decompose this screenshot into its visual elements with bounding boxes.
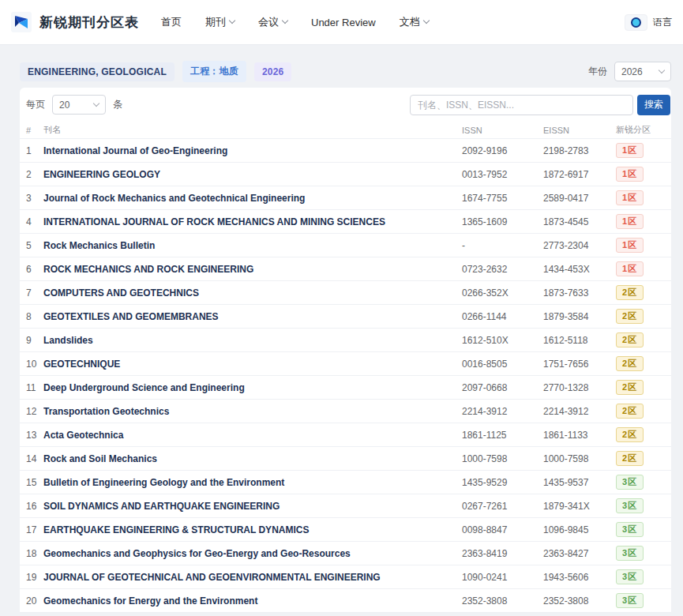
table-row[interactable]: 2 ENGINEERING GEOLOGY 0013-7952 1872-691… — [20, 163, 671, 186]
nav-item-label: 期刊 — [205, 15, 226, 29]
top-navbar: 新锐期刊分区表 首页 期刊 会议 Under Review 文档 语言 — [0, 0, 683, 45]
journal-name-cell[interactable]: Landslides — [43, 335, 462, 346]
journal-name-cell[interactable]: EARTHQUAKE ENGINEERING & STRUCTURAL DYNA… — [43, 524, 462, 535]
eissn-cell: 1879-3584 — [543, 311, 616, 322]
issn-cell: 1090-0241 — [462, 572, 543, 583]
category-tag: 工程：地质 — [182, 61, 246, 82]
issn-cell: 2092-9196 — [462, 145, 543, 156]
journal-name-cell[interactable]: ROCK MECHANICS AND ROCK ENGINEERING — [43, 264, 462, 275]
table-row[interactable]: 6 ROCK MECHANICS AND ROCK ENGINEERING 07… — [20, 257, 671, 281]
journal-name-cell[interactable]: Acta Geotechnica — [43, 430, 462, 441]
search-button[interactable]: 搜索 — [637, 95, 670, 115]
table-row[interactable]: 5 Rock Mechanics Bulletin - 2773-2304 1区 — [20, 234, 671, 257]
year-select-value: 2026 — [621, 66, 643, 77]
zone-badge: 2区 — [616, 285, 644, 300]
nav-item-label: Under Review — [311, 17, 376, 28]
rank-cell: 16 — [26, 501, 43, 512]
search-input[interactable] — [410, 95, 633, 115]
language-switch-button[interactable] — [625, 14, 647, 31]
issn-cell: 0266-352X — [462, 287, 543, 299]
eissn-cell: 1096-9845 — [543, 524, 616, 535]
eissn-cell: 2198-2783 — [543, 145, 616, 156]
table-row[interactable]: 20 Geomechanics for Energy and the Envir… — [20, 589, 671, 613]
journal-name-cell[interactable]: ENGINEERING GEOLOGY — [43, 169, 462, 180]
nav-item-label: 首页 — [161, 15, 182, 29]
table-row[interactable]: 19 JOURNAL OF GEOTECHNICAL AND GEOENVIRO… — [20, 565, 671, 589]
journal-name-cell[interactable]: Transportation Geotechnics — [43, 406, 462, 417]
table-row[interactable]: 15 Bulletin of Engineering Geology and t… — [20, 471, 671, 494]
issn-cell: 2352-3808 — [462, 595, 543, 607]
issn-cell: 1000-7598 — [462, 453, 543, 464]
table-row[interactable]: 9 Landslides 1612-510X 1612-5118 2区 — [20, 329, 671, 352]
nav-item[interactable]: 文档 — [400, 15, 429, 29]
chevron-down-icon — [93, 100, 99, 106]
journal-name-cell[interactable]: JOURNAL OF GEOTECHNICAL AND GEOENVIRONME… — [43, 572, 462, 583]
issn-cell: 0013-7952 — [462, 169, 543, 180]
per-page-select[interactable]: 20 — [52, 95, 106, 115]
journal-name-cell[interactable]: Geomechanics for Energy and the Environm… — [43, 595, 462, 607]
table-row[interactable]: 8 GEOTEXTILES AND GEOMEMBRANES 0266-1144… — [20, 305, 671, 329]
year-select[interactable]: 2026 — [614, 62, 671, 81]
table-row[interactable]: 17 EARTHQUAKE ENGINEERING & STRUCTURAL D… — [20, 518, 671, 542]
journal-name-cell[interactable]: GEOTECHNIQUE — [43, 359, 462, 370]
journal-name-cell[interactable]: Bulletin of Engineering Geology and the … — [43, 477, 462, 488]
table-row[interactable]: 7 COMPUTERS AND GEOTECHNICS 0266-352X 18… — [20, 281, 671, 305]
eissn-cell: 2214-3912 — [543, 406, 616, 417]
brand[interactable]: 新锐期刊分区表 — [11, 12, 139, 32]
globe-icon — [631, 17, 641, 28]
eissn-cell: 1943-5606 — [543, 572, 616, 583]
journal-name-cell[interactable]: GEOTEXTILES AND GEOMEMBRANES — [43, 311, 462, 322]
journal-name-cell[interactable]: INTERNATIONAL JOURNAL OF ROCK MECHANICS … — [43, 216, 462, 227]
language-label[interactable]: 语言 — [653, 16, 672, 29]
zone-badge: 3区 — [616, 522, 644, 537]
nav-item-label: 会议 — [258, 15, 279, 29]
table-body: 1 International Journal of Geo-Engineeri… — [20, 139, 671, 613]
issn-cell: 2214-3912 — [462, 406, 543, 417]
nav-item[interactable]: 首页 — [161, 15, 182, 29]
table-row[interactable]: 4 INTERNATIONAL JOURNAL OF ROCK MECHANIC… — [20, 210, 671, 234]
journal-name-cell[interactable]: Journal of Rock Mechanics and Geotechnic… — [43, 193, 462, 204]
rank-cell: 17 — [26, 524, 43, 535]
table-row[interactable]: 12 Transportation Geotechnics 2214-3912 … — [20, 400, 671, 423]
table-row[interactable]: 14 Rock and Soil Mechanics 1000-7598 100… — [20, 447, 671, 471]
table-row[interactable]: 16 SOIL DYNAMICS AND EARTHQUAKE ENGINEER… — [20, 494, 671, 518]
eissn-cell: 1879-341X — [543, 501, 616, 512]
rank-cell: 10 — [26, 359, 43, 370]
nav-item-label: 文档 — [400, 15, 420, 29]
issn-cell: 0267-7261 — [462, 501, 543, 512]
rank-cell: 13 — [26, 430, 43, 441]
journal-name-cell[interactable]: International Journal of Geo-Engineering — [43, 145, 462, 156]
journal-name-cell[interactable]: Geomechanics and Geophysics for Geo-Ener… — [43, 548, 462, 559]
rank-cell: 6 — [26, 264, 43, 275]
nav-item[interactable]: Under Review — [311, 17, 376, 28]
per-page-value: 20 — [59, 100, 69, 111]
table-row[interactable]: 3 Journal of Rock Mechanics and Geotechn… — [20, 186, 671, 210]
journal-name-cell[interactable]: COMPUTERS AND GEOTECHNICS — [43, 287, 462, 299]
eissn-cell: 1434-453X — [543, 264, 616, 275]
zone-badge: 2区 — [616, 356, 644, 371]
journal-name-cell[interactable]: Rock and Soil Mechanics — [43, 453, 462, 464]
journal-name-cell[interactable]: Rock Mechanics Bulletin — [43, 240, 462, 251]
nav-item[interactable]: 期刊 — [205, 15, 235, 29]
zone-badge: 2区 — [616, 404, 644, 419]
issn-cell: 1612-510X — [462, 335, 543, 346]
eissn-cell: 1612-5118 — [543, 335, 616, 346]
table-row[interactable]: 10 GEOTECHNIQUE 0016-8505 1751-7656 2区 — [20, 352, 671, 376]
table-row[interactable]: 13 Acta Geotechnica 1861-1125 1861-1133 … — [20, 423, 671, 447]
rank-cell: 19 — [26, 572, 43, 583]
zone-badge: 3区 — [616, 593, 644, 608]
table-row[interactable]: 1 International Journal of Geo-Engineeri… — [20, 139, 671, 163]
issn-cell: 1365-1609 — [462, 216, 543, 227]
chevron-down-icon — [229, 17, 235, 24]
column-header-issn: ISSN — [462, 126, 543, 135]
journal-name-cell[interactable]: SOIL DYNAMICS AND EARTHQUAKE ENGINEERING — [43, 501, 462, 512]
journal-name-cell[interactable]: Deep Underground Science and Engineering — [43, 382, 462, 393]
category-tag: ENGINEERING, GEOLOGICAL — [20, 62, 175, 81]
eissn-cell: 1873-7633 — [543, 287, 616, 299]
chevron-down-icon — [282, 17, 288, 24]
chevron-down-icon — [422, 17, 429, 24]
table-row[interactable]: 18 Geomechanics and Geophysics for Geo-E… — [20, 542, 671, 565]
nav-item[interactable]: 会议 — [258, 15, 287, 29]
table-row[interactable]: 11 Deep Underground Science and Engineer… — [20, 376, 671, 400]
rank-cell: 14 — [26, 453, 43, 464]
